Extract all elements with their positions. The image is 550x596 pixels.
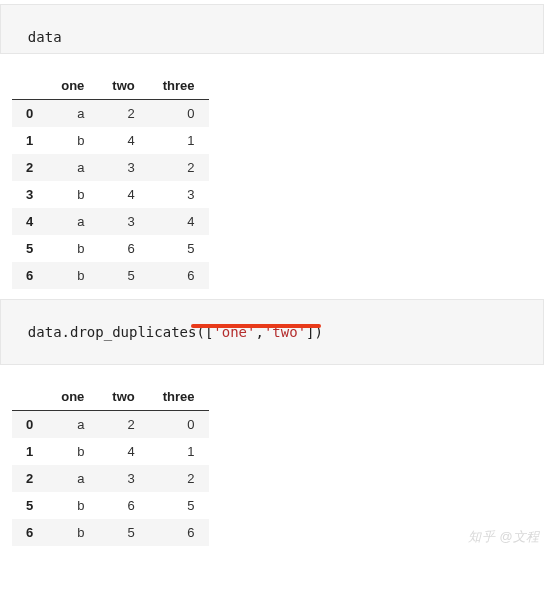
cell: 4	[98, 181, 148, 208]
table-corner	[12, 72, 47, 100]
cell: b	[47, 519, 98, 546]
cell: b	[47, 262, 98, 289]
cell: 5	[98, 262, 148, 289]
red-underline-annotation	[191, 324, 321, 328]
table-row: 0a20	[12, 100, 209, 128]
cell: a	[47, 411, 98, 439]
cell: 0	[149, 411, 209, 439]
output-block-2: one two three 0a201b412a325b656b56	[0, 365, 550, 552]
cell: 1	[149, 127, 209, 154]
row-index: 3	[12, 181, 47, 208]
cell: 6	[98, 235, 148, 262]
code-var: data	[28, 324, 62, 340]
row-index: 1	[12, 438, 47, 465]
dataframe-table-1: one two three 0a201b412a323b434a345b656b…	[12, 72, 209, 289]
table-row: 2a32	[12, 465, 209, 492]
table-row: 6b56	[12, 519, 209, 546]
table-row: 5b65	[12, 492, 209, 519]
table-row: 5b65	[12, 235, 209, 262]
table-row: 1b41	[12, 438, 209, 465]
col-header: two	[98, 383, 148, 411]
cell: 2	[98, 411, 148, 439]
cell: b	[47, 438, 98, 465]
table-row: 3b43	[12, 181, 209, 208]
table-row: 1b41	[12, 127, 209, 154]
cell: 2	[149, 154, 209, 181]
cell: 4	[149, 208, 209, 235]
cell: 6	[98, 492, 148, 519]
cell: 2	[149, 465, 209, 492]
cell: a	[47, 100, 98, 128]
row-index: 5	[12, 235, 47, 262]
cell: 4	[98, 127, 148, 154]
col-header: two	[98, 72, 148, 100]
cell: 3	[98, 208, 148, 235]
table-row: 4a34	[12, 208, 209, 235]
cell: b	[47, 181, 98, 208]
row-index: 2	[12, 154, 47, 181]
row-index: 1	[12, 127, 47, 154]
col-header: one	[47, 72, 98, 100]
cell: a	[47, 208, 98, 235]
cell: 2	[98, 100, 148, 128]
code-cell-1: data	[0, 4, 544, 54]
table-corner	[12, 383, 47, 411]
row-index: 0	[12, 100, 47, 128]
col-header: three	[149, 72, 209, 100]
cell: a	[47, 154, 98, 181]
cell: 3	[149, 181, 209, 208]
code-text: data	[28, 29, 62, 45]
cell: b	[47, 235, 98, 262]
cell: 3	[98, 154, 148, 181]
code-cell-2: data.drop_duplicates(['one','two'])	[0, 299, 544, 365]
output-block-1: one two three 0a201b412a323b434a345b656b…	[0, 54, 550, 295]
table-row: 0a20	[12, 411, 209, 439]
cell: 6	[149, 262, 209, 289]
table-row: 6b56	[12, 262, 209, 289]
cell: 3	[98, 465, 148, 492]
cell: b	[47, 492, 98, 519]
cell: a	[47, 465, 98, 492]
cell: b	[47, 127, 98, 154]
cell: 5	[98, 519, 148, 546]
row-index: 6	[12, 519, 47, 546]
row-index: 4	[12, 208, 47, 235]
table-row: 2a32	[12, 154, 209, 181]
cell: 6	[149, 519, 209, 546]
cell: 0	[149, 100, 209, 128]
cell: 4	[98, 438, 148, 465]
row-index: 0	[12, 411, 47, 439]
cell: 5	[149, 492, 209, 519]
dataframe-table-2: one two three 0a201b412a325b656b56	[12, 383, 209, 546]
cell: 5	[149, 235, 209, 262]
col-header: three	[149, 383, 209, 411]
col-header: one	[47, 383, 98, 411]
row-index: 6	[12, 262, 47, 289]
row-index: 5	[12, 492, 47, 519]
cell: 1	[149, 438, 209, 465]
row-index: 2	[12, 465, 47, 492]
code-method: drop_duplicates	[70, 324, 196, 340]
